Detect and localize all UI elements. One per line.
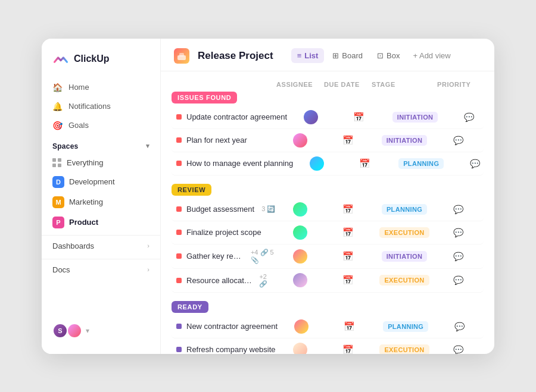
marketing-label: Marketing [69, 197, 103, 206]
task-dot [176, 137, 182, 143]
bell-icon: 🔔 [52, 102, 63, 111]
priority-icon: 💬 [453, 205, 463, 214]
task-extras: +4 🔗 5 📎 [251, 249, 276, 264]
status-badge: PLANNING [383, 321, 428, 332]
due-date-cell: 📅 [335, 112, 382, 123]
table-row[interactable]: Resource allocation +2 🔗 📅 EXECUTION 💬 [172, 269, 484, 293]
avatar [293, 343, 307, 354]
sidebar-item-development[interactable]: D Development [42, 172, 160, 192]
group-issues: ISSUES FOUND Update contractor agreement… [172, 92, 484, 175]
board-icon: ⊞ [332, 51, 339, 60]
priority-icon: 💬 [453, 136, 463, 145]
task-dot [176, 230, 182, 235]
due-date-cell: 📅 [324, 275, 372, 286]
everything-label: Everything [67, 158, 103, 167]
sidebar: ClickUp 🏠 Home 🔔 Notifications 🎯 Goals S… [42, 39, 161, 354]
app-container: ClickUp 🏠 Home 🔔 Notifications 🎯 Goals S… [42, 39, 494, 354]
add-view-button[interactable]: + Add view [408, 48, 455, 63]
user-avatar-photo [67, 323, 82, 338]
group-review-label: REVIEW [172, 184, 211, 196]
status-badge: INITIATION [382, 135, 428, 146]
priority-icon: 💬 [453, 275, 463, 285]
table-row[interactable]: Update contractor agreement 📅 INITIATION… [172, 106, 484, 129]
task-name: Update contractor agreement [186, 112, 287, 121]
dashboards-label: Dashboards [52, 242, 94, 250]
sidebar-item-everything[interactable]: Everything [42, 154, 160, 172]
product-badge: P [52, 217, 64, 228]
task-extras: 3 🔄 [261, 205, 275, 213]
user-chevron-icon: ▾ [86, 327, 89, 335]
sidebar-item-marketing[interactable]: M Marketing [42, 192, 160, 212]
task-name: Resource allocation [186, 276, 252, 285]
status-badge: INITIATION [382, 251, 428, 262]
status-badge: INITIATION [392, 112, 438, 123]
col-assignee: ASSIGNEE [276, 81, 324, 88]
sidebar-item-docs[interactable]: Docs › [42, 259, 160, 280]
priority-icon: 💬 [464, 112, 474, 122]
priority-icon: 💬 [470, 159, 480, 168]
sidebar-item-notifications-label: Notifications [68, 102, 111, 111]
avatar [293, 273, 307, 287]
table-row[interactable]: Refresh company website 📅 EXECUTION 💬 [172, 338, 484, 354]
task-dot [176, 278, 182, 283]
tab-list[interactable]: ≡ List [291, 48, 325, 63]
sidebar-item-goals-label: Goals [68, 121, 89, 130]
status-badge: EXECUTION [379, 344, 429, 354]
task-dot [176, 206, 182, 212]
task-name: Budget assessment [186, 205, 254, 214]
project-icon [174, 48, 189, 64]
due-date-cell: 📅 [324, 227, 372, 238]
task-extras: +2 🔗 [259, 273, 276, 288]
home-icon: 🏠 [52, 83, 63, 92]
sidebar-item-home[interactable]: 🏠 Home [42, 78, 160, 97]
priority-icon: 💬 [453, 228, 463, 237]
table-row[interactable]: Budget assessment 3 🔄 📅 PLANNING 💬 [172, 198, 484, 221]
tab-box-label: Box [387, 51, 400, 60]
avatar [293, 249, 307, 264]
main-panel: Release Project ≡ List ⊞ Board ⊡ Box + A… [161, 39, 494, 354]
table-row[interactable]: New contractor agreement 📅 PLANNING 💬 [172, 315, 484, 338]
group-issues-label: ISSUES FOUND [172, 92, 237, 104]
sidebar-item-notifications[interactable]: 🔔 Notifications [42, 97, 160, 116]
user-area: S ▾ [42, 317, 160, 344]
main-header: Release Project ≡ List ⊞ Board ⊡ Box + A… [161, 39, 494, 71]
table-row[interactable]: Gather key resources +4 🔗 5 📎 📅 INITIATI… [172, 244, 484, 269]
tab-box[interactable]: ⊡ Box [371, 48, 406, 63]
app-name: ClickUp [74, 54, 110, 64]
priority-icon: 💬 [454, 322, 465, 331]
header-tabs: ≡ List ⊞ Board ⊡ Box + Add view [291, 48, 456, 63]
sidebar-item-dashboards[interactable]: Dashboards › [42, 235, 160, 256]
table-row[interactable]: How to manage event planning 📅 PLANNING … [172, 152, 484, 175]
table-row[interactable]: Plan for next year 📅 INITIATION 💬 [172, 129, 484, 152]
development-badge: D [52, 176, 64, 188]
task-dot [176, 324, 182, 329]
docs-label: Docs [52, 265, 70, 274]
sidebar-item-product[interactable]: P Product [42, 212, 160, 233]
clickup-logo-icon [52, 51, 69, 67]
avatar [293, 202, 307, 217]
sidebar-item-goals[interactable]: 🎯 Goals [42, 116, 160, 135]
task-name: Refresh company website [186, 345, 276, 354]
due-date-cell: 📅 [324, 344, 372, 354]
dashboards-chevron-icon: › [147, 242, 149, 249]
status-badge: EXECUTION [379, 227, 429, 238]
task-name: How to manage event planning [186, 159, 293, 168]
product-label: Product [69, 218, 98, 227]
due-date-cell: 📅 [324, 204, 372, 215]
project-title: Release Project [198, 50, 273, 62]
task-dot [176, 161, 182, 166]
due-date-cell: 📅 [325, 321, 373, 332]
priority-icon: 💬 [453, 252, 463, 261]
avatar [293, 225, 307, 240]
task-name: Plan for next year [186, 136, 247, 145]
task-name: Finalize project scope [186, 228, 261, 237]
tab-board-label: Board [342, 51, 363, 60]
svg-rect-1 [179, 53, 184, 57]
tab-board[interactable]: ⊞ Board [326, 48, 369, 63]
table-row[interactable]: Finalize project scope 📅 EXECUTION 💬 [172, 221, 484, 244]
marketing-badge: M [52, 196, 64, 208]
group-ready-label: READY [172, 301, 208, 313]
development-label: Development [69, 177, 115, 186]
col-duedate: DUE DATE [324, 81, 372, 88]
list-icon: ≡ [297, 51, 302, 60]
